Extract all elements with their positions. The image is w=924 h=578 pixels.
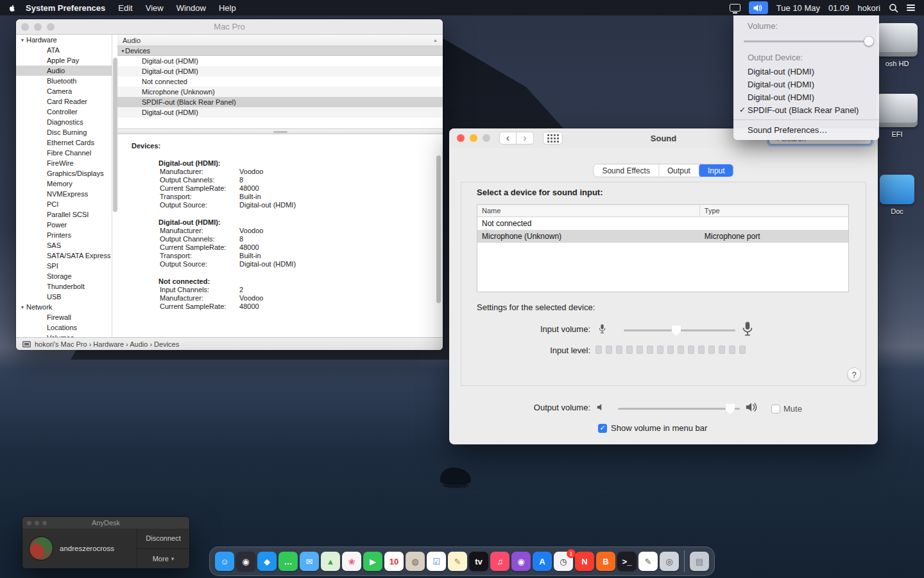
dock-news-icon[interactable]: N (575, 552, 594, 571)
tab[interactable]: Sound Effects (594, 164, 659, 177)
dock-safari-icon[interactable]: ◆ (257, 552, 277, 571)
output-device-header: Output Device: (733, 51, 879, 65)
device-row[interactable]: Microphone (Unknown) (117, 87, 443, 97)
menu-bar-time[interactable]: 01.09 (828, 3, 850, 13)
details-scrollbar[interactable] (436, 155, 441, 303)
sidebar-item-label: Ethernet Cards (47, 139, 94, 146)
dock-siri-icon[interactable]: ◉ (236, 552, 255, 571)
sidebar-item-label: Hardware (26, 36, 57, 44)
detail-line: Output Channels: 8 (132, 235, 435, 243)
slider-thumb[interactable] (671, 326, 681, 336)
dock-calendar-icon[interactable]: 10 (384, 552, 404, 571)
menu-volume-slider[interactable] (744, 35, 869, 48)
slider-track[interactable] (744, 40, 869, 42)
menu-item[interactable]: Edit (112, 3, 139, 13)
disclosure-triangle-icon[interactable]: ▼ (117, 49, 125, 53)
dock-photos-icon[interactable]: ❀ (342, 552, 361, 571)
sidebar-scrollbar[interactable] (113, 58, 117, 212)
disclosure-triangle-icon[interactable]: ▼ (19, 305, 26, 310)
output-device-item[interactable]: Digital-out (HDMI) (733, 91, 879, 103)
volume-status-icon[interactable] (749, 1, 768, 14)
dock-facetime-icon[interactable]: ▶ (363, 552, 382, 571)
sidebar-item-label: Bluetooth (47, 77, 76, 85)
dock-maps-icon[interactable]: ▲ (321, 552, 340, 571)
dock-contacts-icon[interactable]: ◍ (406, 552, 425, 571)
volume-menu: Volume: Output Device: Digital-out (HDMI… (733, 15, 879, 140)
disclosure-triangle-icon[interactable]: ▼ (19, 38, 26, 42)
anydesk-status-icon[interactable] (730, 4, 740, 12)
output-device-item[interactable]: Digital-out (HDMI) (733, 78, 879, 91)
disconnect-button[interactable]: Disconnect (137, 529, 189, 549)
menu-item[interactable]: Help (212, 3, 243, 13)
name-column-header[interactable]: Name (477, 205, 700, 216)
sidebar-item-label: Power (47, 221, 67, 229)
dock-clock-icon[interactable]: ◷ 1 (554, 552, 573, 571)
active-app-menu[interactable]: System Preferences (19, 3, 112, 13)
device-row[interactable]: Digital-out (HDMI) (117, 107, 443, 118)
window-titlebar[interactable]: Mac Pro (16, 19, 443, 35)
dock-textedit-icon[interactable]: ✎ (638, 552, 658, 571)
slider-track[interactable] (618, 408, 740, 410)
dock-books-icon[interactable]: B (596, 552, 615, 571)
tab-label: Sound Effects (602, 166, 650, 175)
output-device-item[interactable]: Digital-out (HDMI) (733, 65, 879, 78)
column-header-audio[interactable]: Audio ▲ (117, 35, 443, 46)
pane-splitter[interactable] (117, 128, 443, 134)
slider-thumb[interactable] (725, 404, 735, 414)
output-volume-slider[interactable] (618, 403, 740, 414)
slider-thumb[interactable] (864, 36, 874, 46)
table-row[interactable]: Not connected (477, 217, 848, 230)
dock-music-icon[interactable]: ♫ (490, 552, 509, 571)
devices-group-row[interactable]: ▼ Devices (117, 46, 443, 56)
dock-appstore-icon[interactable]: A (533, 552, 552, 571)
dock-reminders-icon[interactable]: ☑ (427, 552, 446, 571)
dock-terminal-icon[interactable]: >_ (617, 552, 637, 571)
window-titlebar[interactable]: AnyDesk (22, 517, 189, 529)
group-row-label: Devices (125, 47, 150, 55)
menu-bar-username[interactable]: hokori (858, 3, 880, 13)
dock-settings-icon[interactable]: ◎ (660, 552, 679, 571)
table-row[interactable]: Microphone (Unknown) Microphone port (477, 230, 848, 243)
show-volume-checkbox[interactable]: ✓ (598, 424, 607, 433)
device-row[interactable]: Not connected (117, 76, 443, 87)
device-row[interactable]: SPDIF-out (Black Rear Panel) (117, 97, 443, 107)
menu-item[interactable]: View (139, 3, 170, 13)
menu-item[interactable]: Window (170, 3, 212, 13)
apple-menu[interactable] (0, 3, 19, 13)
detail-line: Input Channels: 2 (132, 286, 435, 294)
device-row-label: Microphone (Unknown) (142, 88, 215, 96)
sidebar-item-label: Audio (47, 67, 65, 74)
help-button[interactable]: ? (847, 367, 861, 381)
tab[interactable]: Input (699, 164, 734, 177)
dock-notes-icon[interactable]: ✎ (448, 552, 467, 571)
dock-mail-icon[interactable]: ✉ (300, 552, 319, 571)
sidebar-item-label: SATA/SATA Express (47, 252, 110, 259)
notification-center-icon[interactable] (907, 4, 915, 11)
more-button[interactable]: More ▾ (137, 549, 189, 569)
hard-drive-icon (877, 23, 918, 57)
dock-podcasts-icon[interactable]: ◉ (511, 552, 531, 571)
computer-icon (22, 341, 31, 347)
spotlight-icon[interactable] (889, 3, 898, 13)
mute-checkbox[interactable] (771, 405, 780, 414)
microphone-low-icon (597, 322, 608, 336)
dock-tv-icon[interactable]: tv (469, 552, 488, 571)
menu-bar-status-area: Tue 10 May 01.09 hokori (730, 1, 924, 14)
sound-preferences-menu-item[interactable]: Sound Preferences… (733, 123, 879, 137)
dock-trash-icon[interactable]: ▤ (690, 552, 709, 571)
device-row[interactable]: Digital-out (HDMI) (117, 66, 443, 76)
sidebar-item-label: NVMExpress (47, 190, 88, 198)
menu-bar-date[interactable]: Tue 10 May (776, 3, 820, 13)
tab[interactable]: Output (659, 164, 699, 177)
type-column-header[interactable]: Type (700, 207, 848, 215)
input-volume-slider[interactable] (624, 325, 735, 335)
breadcrumb[interactable]: hokori's Mac Pro › Hardware › Audio › De… (35, 340, 179, 348)
device-row[interactable]: Digital-out (HDMI) (117, 56, 443, 66)
sidebar-item-label: Locations (47, 324, 77, 331)
output-device-item[interactable]: ✓ SPDIF-out (Black Rear Panel) (733, 103, 879, 116)
anydesk-body: andreszerocross Disconnect More ▾ (22, 529, 189, 568)
dock-messages-icon[interactable]: … (278, 552, 298, 571)
dock-finder-icon[interactable]: ☺ (215, 552, 234, 571)
output-volume-label: Output volume: (477, 403, 590, 412)
detail-line: Manufacturer: Voodoo (132, 227, 435, 235)
